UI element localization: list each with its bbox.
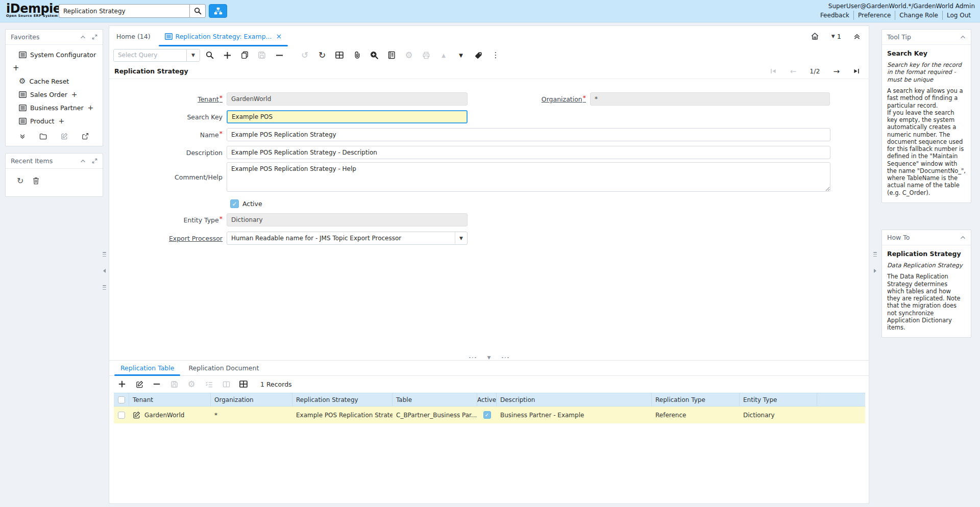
- select-all-checkbox[interactable]: [118, 396, 125, 403]
- name-field[interactable]: [227, 128, 830, 141]
- chevron-down-icon[interactable]: ▼: [487, 355, 491, 360]
- right-splitter[interactable]: [873, 245, 877, 278]
- tenant-field[interactable]: [227, 92, 468, 106]
- collapse-right-icon[interactable]: [874, 269, 876, 273]
- folder-icon[interactable]: [39, 133, 47, 140]
- tab-replication-table[interactable]: Replication Table: [113, 361, 181, 375]
- collapse-panel-icon[interactable]: [960, 236, 966, 239]
- organization-label[interactable]: Organization: [513, 95, 590, 103]
- select-query-input[interactable]: [114, 49, 186, 61]
- tab-home[interactable]: Home (14): [109, 26, 158, 46]
- left-splitter[interactable]: [102, 245, 107, 297]
- previous-record-icon[interactable]: ←: [790, 67, 797, 76]
- organization-field[interactable]: [590, 92, 830, 106]
- expand-panel-icon[interactable]: [92, 158, 97, 164]
- comment-help-field[interactable]: Example POS Replication Strategy - Help: [227, 162, 830, 192]
- collapse-panel-icon[interactable]: [960, 35, 966, 39]
- report-icon[interactable]: [384, 48, 399, 62]
- search-key-field[interactable]: [227, 110, 468, 123]
- favorite-item-product[interactable]: Product +: [6, 114, 103, 128]
- delete-record-button[interactable]: [272, 48, 287, 62]
- chevron-up-icon[interactable]: ▲: [436, 48, 451, 62]
- tab-replication-strategy[interactable]: Replication Strategy: Examp... ×: [158, 26, 289, 46]
- preference-link[interactable]: Preference: [853, 11, 895, 20]
- refresh-icon[interactable]: ↻: [17, 176, 23, 186]
- logout-link[interactable]: Log Out: [942, 11, 975, 20]
- tenant-label[interactable]: Tenant: [140, 95, 227, 103]
- undo-icon[interactable]: ↺: [297, 48, 312, 62]
- column-header-organization[interactable]: Organization: [211, 393, 292, 406]
- close-tab-icon[interactable]: ×: [276, 33, 282, 40]
- expand-plus-icon[interactable]: +: [58, 117, 64, 125]
- grid-toggle-icon[interactable]: [332, 48, 347, 62]
- cell-active-checkbox[interactable]: [483, 411, 491, 419]
- chevrons-up-icon[interactable]: [853, 33, 861, 40]
- column-header-table[interactable]: Table: [393, 393, 477, 406]
- gear-icon[interactable]: ⚙: [184, 377, 199, 391]
- export-processor-combobox[interactable]: Human Readable name for - JMS Topic Expo…: [227, 232, 468, 245]
- edit-icon[interactable]: [61, 133, 68, 140]
- new-row-button[interactable]: [114, 377, 130, 391]
- entity-type-field[interactable]: [227, 213, 468, 226]
- favorite-item-sales-order[interactable]: Sales Order +: [6, 88, 103, 101]
- favorite-item-cache-reset[interactable]: ⚙ Cache Reset: [6, 74, 103, 88]
- column-header-replication-strategy[interactable]: Replication Strategy: [292, 393, 393, 406]
- home-icon[interactable]: [811, 32, 819, 40]
- chevron-down-icon[interactable]: ▼: [453, 48, 469, 62]
- chevron-down-icon[interactable]: ▼: [186, 49, 200, 61]
- refresh-icon[interactable]: ↻: [314, 48, 330, 62]
- columns-icon[interactable]: [218, 377, 234, 391]
- column-header-active[interactable]: Active: [477, 393, 497, 406]
- open-windows-dropdown[interactable]: ▼ 1: [831, 33, 841, 40]
- favorite-item-business-partner[interactable]: Business Partner +: [6, 101, 103, 114]
- chevron-down-icon[interactable]: ▼: [455, 232, 467, 244]
- tag-icon[interactable]: [471, 48, 486, 62]
- expand-plus-icon[interactable]: +: [71, 90, 78, 98]
- column-header-replication-type[interactable]: Replication Type: [652, 393, 740, 406]
- active-checkbox[interactable]: [230, 199, 239, 208]
- search-button[interactable]: [189, 4, 206, 18]
- save-row-button[interactable]: [166, 377, 182, 391]
- row-select-checkbox[interactable]: [118, 412, 125, 419]
- form-detail-splitter[interactable]: ▼: [109, 355, 869, 360]
- trash-icon[interactable]: [33, 177, 39, 185]
- table-row[interactable]: GardenWorld * Example POS Replication St…: [114, 407, 865, 423]
- save-button[interactable]: [254, 48, 270, 62]
- delete-row-button[interactable]: [149, 377, 164, 391]
- checklist-icon[interactable]: [201, 377, 216, 391]
- print-icon[interactable]: [419, 48, 434, 62]
- favorite-item-system-configurator[interactable]: System Configurator: [6, 48, 103, 61]
- column-header-entity-type[interactable]: Entity Type: [740, 393, 817, 406]
- new-record-button[interactable]: [219, 48, 235, 62]
- row-edit-icon[interactable]: [133, 411, 140, 419]
- share-icon[interactable]: [82, 133, 89, 140]
- grid-view-icon[interactable]: [236, 377, 251, 391]
- find-record-button[interactable]: [202, 48, 217, 62]
- expand-plus-icon[interactable]: +: [88, 104, 94, 112]
- gear-icon[interactable]: ⚙: [401, 48, 416, 62]
- column-header-description[interactable]: Description: [497, 393, 652, 406]
- tab-replication-document[interactable]: Replication Document: [181, 361, 266, 375]
- change-role-link[interactable]: Change Role: [895, 11, 942, 20]
- global-search-input[interactable]: [59, 4, 189, 18]
- attachment-icon[interactable]: [349, 48, 364, 62]
- next-record-icon[interactable]: →: [833, 67, 840, 76]
- record-info-icon[interactable]: [366, 48, 382, 62]
- last-record-icon[interactable]: [853, 68, 860, 74]
- collapse-panel-icon[interactable]: [80, 35, 86, 39]
- copy-record-button[interactable]: [237, 48, 252, 62]
- favorites-add-drop-row[interactable]: +: [6, 61, 103, 74]
- collapse-panel-icon[interactable]: [80, 159, 86, 163]
- expand-panel-icon[interactable]: [92, 34, 97, 40]
- description-field[interactable]: [227, 146, 830, 159]
- edit-row-button[interactable]: [132, 377, 147, 391]
- export-processor-label[interactable]: Export Processor: [140, 235, 227, 242]
- feedback-link[interactable]: Feedback: [816, 11, 853, 20]
- more-menu-icon[interactable]: ⋮: [488, 48, 503, 62]
- window-toolbar: ▼ ↺ ↻ ⚙: [109, 46, 869, 64]
- chevrons-down-icon[interactable]: [19, 134, 26, 139]
- menu-tree-button[interactable]: [209, 4, 227, 18]
- collapse-left-icon[interactable]: [103, 269, 106, 273]
- first-record-icon[interactable]: [770, 68, 777, 74]
- column-header-tenant[interactable]: Tenant: [129, 393, 211, 406]
